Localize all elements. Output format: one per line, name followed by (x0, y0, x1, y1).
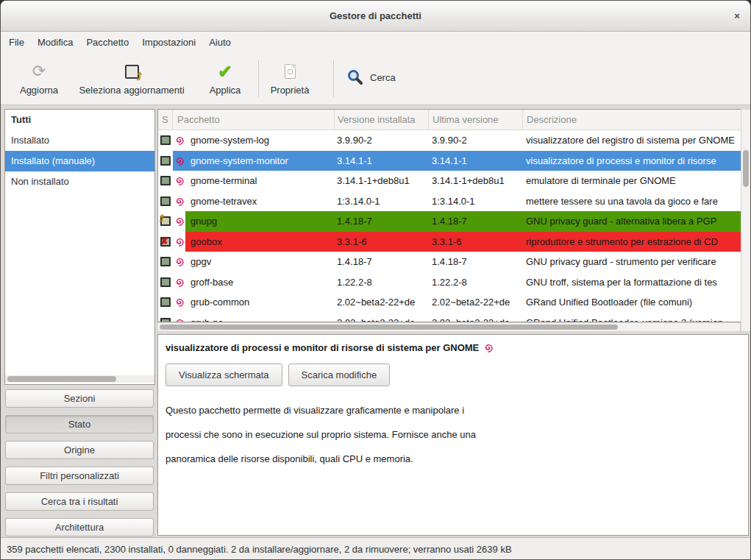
package-row[interactable]: gpgv1.4.18-71.4.18-7GNU privacy guard - … (158, 252, 741, 272)
installed-version: 1.4.18-7 (334, 256, 428, 267)
installed-version: 3.14.1-1+deb8u1 (334, 175, 428, 186)
table-body: gnome-system-log3.9.90-23.9.90-2visualiz… (158, 130, 741, 322)
package-status-icon (158, 257, 173, 266)
vscroll-thumb[interactable] (743, 150, 749, 187)
status-bar: 359 pacchetti elencati, 2300 installati,… (1, 537, 750, 560)
column-header-latest-version[interactable]: Ultima versione (428, 110, 522, 130)
column-header-status[interactable]: S (158, 110, 173, 130)
package-name: groff-base (185, 277, 334, 288)
table-header: S Pacchetto Versione installata Ultima v… (158, 110, 741, 130)
column-header-description[interactable]: Descrizione (522, 110, 741, 130)
debian-swirl-icon (173, 277, 185, 287)
apply-check-icon: ✔ (218, 62, 232, 81)
table-vertical-scrollbar[interactable] (741, 109, 751, 332)
debian-swirl-icon (173, 135, 185, 145)
properties-button[interactable]: Proprietà (264, 59, 316, 100)
latest-version: 3.14.1-1+deb8u1 (428, 175, 522, 186)
apply-button[interactable]: ✔ Applica (201, 59, 249, 100)
latest-version: 1.4.18-7 (428, 256, 522, 267)
package-status-icon (158, 135, 173, 145)
package-details-pane: visualizzatore di processi e monitor di … (157, 334, 749, 536)
latest-version: 3.3.1-6 (428, 236, 522, 247)
menu-impostazioni[interactable]: Impostazioni (135, 32, 202, 53)
column-header-installed-version[interactable]: Versione installata (334, 110, 428, 130)
package-row[interactable]: ⤴gnupg1.4.18-71.4.18-7GNU privacy guard … (158, 211, 741, 232)
package-name: gpgv (185, 256, 334, 267)
filter-item[interactable]: Installato (manuale) (5, 151, 154, 171)
menu-pacchetto[interactable]: Pacchetto (79, 32, 135, 53)
latest-version: 1:3.14.0-1 (428, 196, 522, 207)
debian-swirl-icon (483, 343, 493, 352)
filter-item[interactable]: Tutti (5, 110, 154, 130)
filter-item[interactable]: Installato (5, 130, 154, 151)
menu-aiuto[interactable]: Aiuto (202, 32, 238, 53)
latest-version: 2.02~beta2-22+de (428, 317, 522, 322)
window-title: Gestore di pacchetti (1, 10, 750, 21)
package-name: grub-pc (185, 317, 334, 322)
package-row[interactable]: groff-base1.22.2-81.22.2-8GNU troff, sis… (158, 272, 741, 293)
refresh-icon: ⟳ (32, 62, 46, 81)
filter-mode-button[interactable]: Cerca tra i risultati (5, 492, 154, 511)
package-table: S Pacchetto Versione installata Ultima v… (157, 109, 741, 322)
latest-version: 2.02~beta2-22+de (428, 297, 522, 308)
package-row[interactable]: gnome-system-monitor3.14.1-13.14.1-1visu… (158, 151, 741, 171)
debian-swirl-icon (173, 216, 185, 226)
latest-version: 3.14.1-1 (428, 155, 522, 166)
details-title: visualizzatore di processi e monitor di … (165, 342, 479, 353)
refresh-button[interactable]: ⟳ Aggiorna (13, 59, 65, 100)
filter-mode-button[interactable]: Sezioni (5, 389, 154, 408)
installed-version: 3.3.1-6 (334, 236, 428, 247)
package-name: gnome-tetravex (185, 196, 334, 207)
toolbar-separator (258, 60, 259, 97)
mark-upgrades-icon: ⤴ (125, 62, 139, 81)
table-horizontal-scrollbar[interactable] (157, 322, 741, 332)
package-row[interactable]: gnome-terminal3.14.1-1+deb8u13.14.1-1+de… (158, 171, 741, 191)
debian-swirl-icon (173, 156, 185, 166)
filter-mode-button[interactable]: Stato (5, 415, 154, 433)
close-icon[interactable]: × (730, 10, 744, 23)
mark-all-upgrades-button[interactable]: ⤴ Seleziona aggiornamenti (71, 59, 192, 100)
properties-doc-icon (285, 62, 296, 81)
search-icon (346, 68, 364, 86)
package-description: GNU troff, sistema per la formattazione … (522, 277, 741, 288)
package-description: GNU privacy guard - alternativa libera a… (522, 216, 741, 227)
package-row[interactable]: grub-common2.02~beta2-22+de2.02~beta2-22… (158, 292, 741, 313)
filter-item[interactable]: Non installato (5, 171, 154, 192)
package-status-icon (158, 156, 173, 166)
package-row[interactable]: gnome-tetravex1:3.14.0-11:3.14.0-1metter… (158, 191, 741, 212)
package-description: emulatore di terminale per GNOME (522, 175, 741, 186)
filter-list-panel: TuttiInstallatoInstallato (manuale)Non i… (4, 109, 155, 385)
package-row[interactable]: gnome-system-log3.9.90-23.9.90-2visualiz… (158, 130, 741, 151)
filter-mode-button[interactable]: Architettura (5, 518, 154, 536)
column-header-package[interactable]: Pacchetto (173, 110, 334, 130)
title-bar[interactable]: Gestore di pacchetti × (1, 1, 750, 32)
package-description: GNU privacy guard - strumento per verifi… (522, 256, 741, 267)
package-name: gnome-system-log (185, 135, 334, 146)
search-button[interactable]: Cerca (346, 68, 396, 86)
installed-version: 1:3.14.0-1 (334, 196, 428, 207)
debian-swirl-icon (173, 176, 185, 185)
package-row[interactable]: ✘goobox3.3.1-63.3.1-6riproduttore e stru… (158, 232, 741, 252)
details-description-line: panoramica delle risorse disponibili, qu… (165, 447, 741, 471)
get-screenshot-button[interactable]: Visualizza schermata (165, 364, 282, 386)
filter-mode-button[interactable]: Origine (5, 441, 154, 459)
menu-modifica[interactable]: Modifica (31, 32, 79, 53)
package-description: mettere tessere su una tavola da gioco e… (522, 196, 741, 207)
filter-mode-button[interactable]: Filtri personalizzati (5, 467, 154, 485)
get-changelog-button[interactable]: Scarica modifiche (288, 364, 391, 386)
menu-file[interactable]: File (2, 32, 31, 53)
filter-list-hscrollbar[interactable] (5, 375, 154, 383)
installed-version: 3.14.1-1 (334, 155, 428, 166)
package-row[interactable]: grub-pc2.02~beta2-22+de2.02~beta2-22+deG… (158, 313, 741, 323)
package-description: visualizzatore di processi e monitor di … (522, 155, 741, 166)
latest-version: 3.9.90-2 (428, 135, 522, 146)
package-status-icon (158, 176, 173, 185)
package-status-icon (158, 297, 173, 307)
debian-swirl-icon (173, 196, 185, 206)
package-manager-window: Gestore di pacchetti × FileModificaPacch… (0, 0, 751, 560)
toolbar-separator (333, 60, 334, 97)
details-description: Questo pacchetto permette di visualizzar… (165, 398, 741, 471)
package-description: riproduttore e strumento per estrazione … (522, 236, 741, 247)
details-description-line: Questo pacchetto permette di visualizzar… (165, 398, 741, 422)
hscroll-thumb[interactable] (160, 325, 618, 330)
